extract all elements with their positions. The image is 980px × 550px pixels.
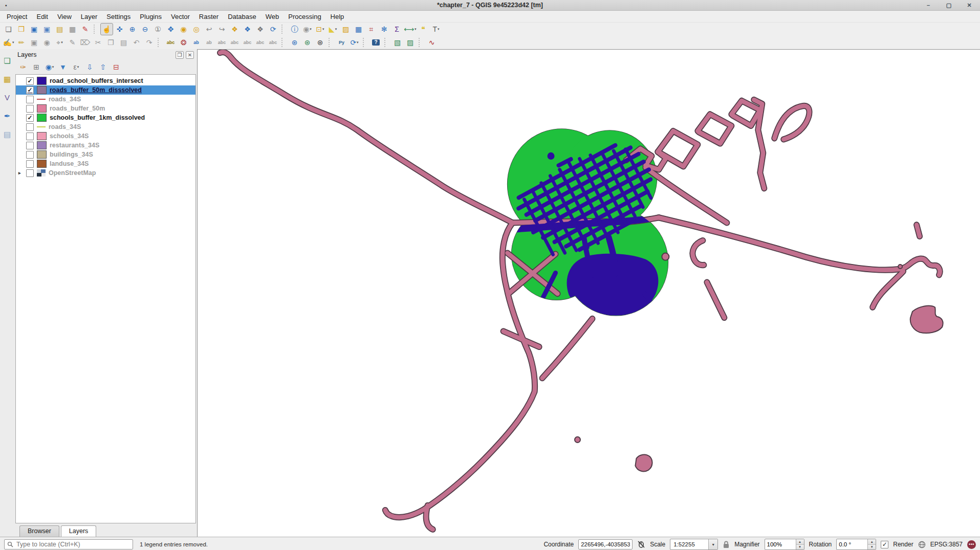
python-console-button[interactable]: Py — [335, 36, 348, 49]
magnifier-spinbox[interactable]: ▲▼ — [765, 539, 804, 550]
layer-visibility-checkbox[interactable]: ✓ — [26, 142, 34, 149]
open-project-button[interactable]: ❒ — [15, 23, 28, 35]
menu-plugins[interactable]: Plugins — [135, 12, 166, 21]
dropdown-arrow-icon[interactable]: ▾ — [12, 40, 14, 45]
menu-web[interactable]: Web — [261, 12, 284, 21]
scale-combo[interactable]: 1:52255 ▼ — [670, 539, 718, 550]
save-layer-edits-button[interactable]: ▣ — [28, 36, 40, 49]
open-attribute-table-button[interactable]: ▦ — [352, 23, 365, 35]
change-label-button[interactable]: abc — [267, 36, 279, 49]
spinner-arrows-icon[interactable]: ▲▼ — [796, 539, 804, 549]
field-calculator-button[interactable]: ⌗ — [365, 23, 378, 35]
layer-item[interactable]: ✓roads_34S — [16, 95, 195, 104]
tab-layers[interactable]: Layers — [61, 525, 97, 537]
menu-project[interactable]: Project — [2, 12, 32, 21]
dropdown-arrow-icon[interactable]: ▾ — [310, 27, 312, 31]
zoom-to-selection-button[interactable]: ◉ — [177, 23, 190, 35]
globe-remove-button[interactable]: ⊛ — [301, 36, 314, 49]
rotation-input[interactable] — [837, 541, 867, 547]
menu-settings[interactable]: Settings — [102, 12, 135, 21]
show-layout-manager-button[interactable]: ▦ — [66, 23, 79, 35]
menu-view[interactable]: View — [53, 12, 76, 21]
processing-toolbox-button[interactable]: ✻ — [378, 23, 390, 35]
cut-features-button[interactable]: ✂ — [92, 36, 104, 49]
dropdown-arrow-icon[interactable]: ▾ — [322, 27, 324, 31]
osm-place-search-button[interactable]: ▨ — [404, 36, 417, 49]
current-edits-button[interactable]: ✍▾ — [2, 36, 15, 49]
zoom-last-button[interactable]: ↩ — [203, 23, 215, 35]
layer-item[interactable]: ✓roads_buffer_50m_disssolved — [16, 85, 195, 95]
layer-item[interactable]: ✓restaurants_34S — [16, 141, 195, 150]
extents-toggle-icon[interactable] — [637, 540, 645, 548]
layer-visibility-checkbox[interactable]: ✓ — [26, 133, 34, 140]
add-vector-layer-button[interactable]: V — [1, 91, 14, 103]
rotation-spinbox[interactable]: ▲▼ — [836, 539, 876, 550]
dropdown-arrow-icon[interactable]: ▾ — [77, 65, 79, 69]
menu-layer[interactable]: Layer — [76, 12, 102, 21]
crs-value[interactable]: EPSG:3857 — [930, 541, 963, 548]
dropdown-arrow-icon[interactable]: ▾ — [415, 27, 417, 31]
layer-visibility-checkbox[interactable]: ✓ — [26, 151, 34, 159]
map-tips-button[interactable]: ❝ — [417, 23, 430, 35]
dropdown-arrow-icon[interactable]: ▾ — [335, 27, 337, 31]
collapse-all-button[interactable]: ⇧ — [97, 61, 109, 73]
processing-history-button[interactable]: ⟳▾ — [348, 36, 361, 49]
zoom-native-button[interactable]: ① — [151, 23, 164, 35]
layer-visibility-checkbox[interactable]: ✓ — [26, 77, 34, 85]
metasearch-button[interactable]: ⊛ — [314, 36, 326, 49]
menu-edit[interactable]: Edit — [32, 12, 52, 21]
zoom-next-button[interactable]: ↪ — [215, 23, 228, 35]
spinner-arrows-icon[interactable]: ▲▼ — [867, 539, 876, 549]
save-project-button[interactable]: ▣ — [28, 23, 40, 35]
profile-tool-button[interactable]: ∿ — [425, 36, 438, 49]
new-bookmark-button[interactable]: ❖ — [228, 23, 241, 35]
zoom-out-button[interactable]: ⊖ — [139, 23, 151, 35]
add-raster-layer-button[interactable]: ▦ — [1, 73, 14, 85]
layer-visibility-checkbox[interactable]: ✓ — [26, 96, 34, 103]
layer-item[interactable]: ✓roads_34S — [16, 122, 195, 131]
float-panel-icon[interactable]: ❐ — [176, 51, 184, 59]
help-contents-button[interactable]: ? — [369, 36, 382, 49]
layer-item[interactable]: ✓schools_buffer_1km_dissolved — [16, 113, 195, 122]
statistical-summary-button[interactable]: Σ — [390, 23, 403, 35]
minimize-button[interactable]: – — [925, 2, 932, 9]
zoom-full-button[interactable]: ✥ — [164, 23, 177, 35]
dropdown-arrow-icon[interactable]: ▾ — [438, 27, 440, 31]
layer-visibility-checkbox[interactable]: ✓ — [26, 123, 34, 131]
tab-browser[interactable]: Browser — [19, 525, 59, 537]
rotate-label-button[interactable]: abc — [254, 36, 267, 49]
menu-raster[interactable]: Raster — [194, 12, 223, 21]
vertex-tool-button[interactable]: ⌖▾ — [53, 36, 66, 49]
layer-item[interactable]: ✓buildings_34S — [16, 150, 195, 159]
open-layer-styling-button[interactable]: ✑ — [17, 61, 29, 73]
toggle-editing-button[interactable]: ✏ — [15, 36, 28, 49]
maximize-button[interactable]: ▢ — [945, 2, 952, 9]
menu-vector[interactable]: Vector — [166, 12, 194, 21]
add-delimited-text-button[interactable]: ✒ — [1, 109, 14, 122]
georeferencer-button[interactable]: ▧ — [391, 36, 404, 49]
pan-to-selection-button[interactable]: ✜ — [113, 23, 126, 35]
lock-scale-icon[interactable] — [723, 541, 730, 548]
layer-item[interactable]: ✓road_school_buffers_intersect — [16, 76, 195, 85]
bookmark-manager-button[interactable]: ❖ — [254, 23, 267, 35]
map-canvas[interactable] — [198, 49, 980, 537]
add-feature-button[interactable]: ◉ — [40, 36, 53, 49]
crs-globe-icon[interactable] — [918, 541, 926, 548]
layer-visibility-checkbox[interactable]: ✓ — [26, 160, 34, 168]
layer-visibility-checkbox[interactable]: ✓ — [26, 105, 34, 113]
text-annotation-button[interactable]: T▾ — [430, 23, 443, 35]
dropdown-arrow-icon[interactable]: ▾ — [61, 40, 63, 45]
toggle-label-visibility-button[interactable]: ab — [203, 36, 215, 49]
globe-add-button[interactable]: ⊛ — [288, 36, 301, 49]
dropdown-arrow-icon[interactable]: ▾ — [357, 40, 359, 45]
zoom-to-layer-button[interactable]: ◎ — [190, 23, 203, 35]
chevron-down-icon[interactable]: ▼ — [708, 539, 717, 549]
filter-by-expression-button[interactable]: ε▾ — [70, 61, 82, 73]
highlight-pinned-labels-button[interactable]: ab — [190, 36, 203, 49]
menu-processing[interactable]: Processing — [284, 12, 325, 21]
coordinate-input[interactable] — [578, 539, 633, 549]
zoom-in-button[interactable]: ⊕ — [126, 23, 139, 35]
layer-visibility-checkbox[interactable]: ✓ — [26, 86, 34, 94]
layer-item[interactable]: ✓roads_buffer_50m — [16, 104, 195, 113]
dropdown-arrow-icon[interactable]: ▾ — [52, 65, 54, 69]
